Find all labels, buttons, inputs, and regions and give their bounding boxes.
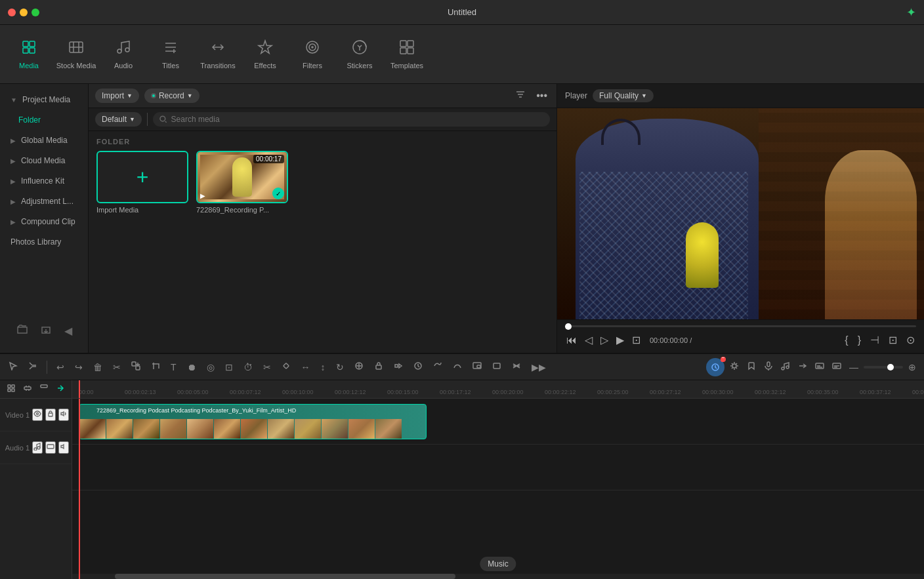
play-forward-button[interactable]: ▶ bbox=[615, 332, 625, 348]
toolbar-item-filters[interactable]: Filters bbox=[289, 28, 336, 81]
record-timeline-button[interactable]: ⏺ bbox=[184, 360, 200, 374]
sidebar-item-global-media[interactable]: ▶ Global Media bbox=[3, 130, 85, 150]
crop-button[interactable] bbox=[148, 359, 163, 374]
sidebar-item-photos-library[interactable]: Photos Library bbox=[3, 232, 85, 252]
import-media-card[interactable]: + Import Media bbox=[96, 151, 188, 214]
import-folder-icon[interactable] bbox=[41, 325, 51, 338]
track-lock-button[interactable] bbox=[45, 409, 56, 421]
zoom-slider[interactable] bbox=[864, 366, 903, 369]
audio-detach-button[interactable] bbox=[390, 359, 406, 374]
speed-button[interactable] bbox=[410, 359, 426, 374]
timer-button[interactable]: ⏱ bbox=[240, 360, 256, 374]
lock-button[interactable] bbox=[371, 359, 387, 374]
sidebar-item-compound-clip[interactable]: ▶ Compound Clip bbox=[3, 212, 85, 231]
zoom-out-button[interactable]: — bbox=[847, 361, 861, 374]
step-back-button[interactable]: ⏮ bbox=[565, 333, 578, 348]
toolbar-item-titles[interactable]: Titles bbox=[147, 28, 194, 81]
track-eye-button[interactable] bbox=[32, 409, 43, 421]
sidebar-item-cloud-media[interactable]: ▶ Cloud Media bbox=[3, 151, 85, 170]
track-volume-button[interactable] bbox=[58, 409, 69, 421]
circle-button[interactable]: ◎ bbox=[203, 360, 218, 374]
timeline-scrollbar[interactable] bbox=[72, 574, 924, 579]
sidebar-item-adjustment[interactable]: ▶ Adjustment L... bbox=[3, 191, 85, 211]
progress-thumb[interactable] bbox=[565, 323, 572, 330]
select-tool-button[interactable] bbox=[5, 359, 21, 374]
timeline-mode-button[interactable]: T bbox=[706, 358, 724, 376]
play-button[interactable]: ▷ bbox=[599, 332, 610, 348]
keyframe-button[interactable] bbox=[278, 359, 294, 374]
freeze-button[interactable] bbox=[351, 359, 367, 374]
maximize-button[interactable] bbox=[32, 9, 39, 16]
timeline-scrollbar-thumb[interactable] bbox=[115, 574, 455, 579]
music-button[interactable]: Music bbox=[480, 557, 516, 571]
prev-frame-button[interactable]: ⊣ bbox=[869, 332, 881, 348]
minimize-button[interactable] bbox=[20, 9, 28, 16]
more-tools-button[interactable]: ▶▶ bbox=[528, 360, 549, 374]
track-options-button[interactable] bbox=[20, 382, 35, 396]
redo-button[interactable]: ↪ bbox=[72, 360, 86, 374]
undo-button[interactable]: ↩ bbox=[53, 360, 68, 374]
mask-button[interactable] bbox=[509, 359, 524, 374]
transform-button[interactable]: ↕ bbox=[318, 360, 329, 374]
trim-tool-button[interactable] bbox=[25, 359, 41, 374]
add-folder-icon[interactable] bbox=[17, 325, 28, 338]
pip-button[interactable] bbox=[469, 359, 485, 374]
mark-out-button[interactable]: } bbox=[856, 332, 862, 348]
music-library-button[interactable] bbox=[778, 360, 793, 374]
timeline-ruler[interactable]: 00:00 00:00:02:13 00:00:05:00 00:00:07:1… bbox=[72, 380, 924, 399]
progress-bar[interactable] bbox=[565, 325, 916, 327]
track-audio-volume-button[interactable] bbox=[58, 441, 69, 454]
add-clip-button[interactable] bbox=[128, 359, 144, 374]
transition-button[interactable] bbox=[795, 360, 810, 374]
zoom-in-button[interactable]: ⊕ bbox=[906, 361, 919, 374]
sidebar-item-project-media[interactable]: ▼ Project Media bbox=[3, 90, 85, 110]
filter-icon[interactable] bbox=[513, 88, 528, 104]
auto-snap-button[interactable] bbox=[53, 382, 68, 396]
subtitle-button[interactable] bbox=[830, 360, 844, 374]
mark-in-button[interactable]: { bbox=[843, 332, 849, 348]
rotate-button[interactable]: ↻ bbox=[333, 360, 347, 374]
toolbar-item-audio[interactable]: Audio bbox=[100, 28, 147, 81]
video-clip[interactable]: ▶ 722869_Recording Podcast Podcasting Po… bbox=[79, 404, 427, 439]
split-button[interactable]: ⊡ bbox=[887, 332, 898, 348]
record-button[interactable]: Record ▼ bbox=[144, 89, 200, 103]
more-options-icon[interactable]: ••• bbox=[534, 88, 550, 104]
grid-button[interactable]: ⊡ bbox=[222, 360, 236, 374]
search-wrap[interactable] bbox=[153, 112, 550, 127]
aspect-ratio-button[interactable] bbox=[489, 359, 505, 374]
close-button[interactable] bbox=[8, 9, 16, 16]
sidebar-item-influence-kit[interactable]: ▶ Influence Kit bbox=[3, 171, 85, 191]
default-button[interactable]: Default ▼ bbox=[95, 112, 142, 127]
toolbar-item-transitions[interactable]: Transitions bbox=[194, 28, 242, 81]
quality-select[interactable]: Full Quality ▼ bbox=[593, 89, 654, 102]
collapse-icon[interactable]: ◀ bbox=[64, 325, 72, 338]
delete-button[interactable]: 🗑 bbox=[90, 360, 106, 374]
expand-track-button[interactable] bbox=[37, 382, 51, 396]
track-add-audio-button[interactable] bbox=[45, 441, 56, 454]
split-clip-button[interactable]: ✂ bbox=[110, 360, 124, 374]
bookmark-button[interactable] bbox=[744, 360, 759, 374]
transitions-icon bbox=[210, 39, 226, 59]
import-button[interactable]: Import ▼ bbox=[95, 89, 139, 103]
sidebar-item-folder[interactable]: Folder bbox=[3, 110, 85, 130]
zoom-fit-button[interactable]: ↔ bbox=[298, 360, 314, 374]
curve-button[interactable] bbox=[450, 359, 465, 374]
motion-button[interactable] bbox=[430, 359, 446, 374]
video-media-card[interactable]: 00:00:17 ▶ ✓ 722869_Recording P... bbox=[196, 151, 288, 214]
settings-timeline-button[interactable] bbox=[727, 360, 742, 374]
text-button[interactable]: T bbox=[167, 360, 180, 374]
fullscreen-button[interactable]: ⊡ bbox=[631, 332, 642, 348]
toolbar-item-stock-media[interactable]: Stock Media bbox=[52, 28, 100, 81]
toolbar-item-effects[interactable]: Effects bbox=[242, 28, 289, 81]
track-audio-icon[interactable] bbox=[32, 441, 43, 454]
mic-button[interactable] bbox=[761, 360, 776, 374]
search-input[interactable] bbox=[171, 115, 543, 124]
toolbar-item-media[interactable]: Media bbox=[5, 28, 52, 81]
snapshot-button[interactable]: ⊙ bbox=[905, 332, 916, 348]
toolbar-item-stickers[interactable]: Stickers bbox=[336, 28, 383, 81]
toolbar-item-templates[interactable]: Templates bbox=[383, 28, 430, 81]
add-track-button[interactable] bbox=[4, 382, 18, 396]
caption-button[interactable] bbox=[812, 360, 827, 374]
scissors-button[interactable]: ✂ bbox=[260, 360, 274, 374]
frame-back-button[interactable]: ◁ bbox=[583, 332, 594, 348]
